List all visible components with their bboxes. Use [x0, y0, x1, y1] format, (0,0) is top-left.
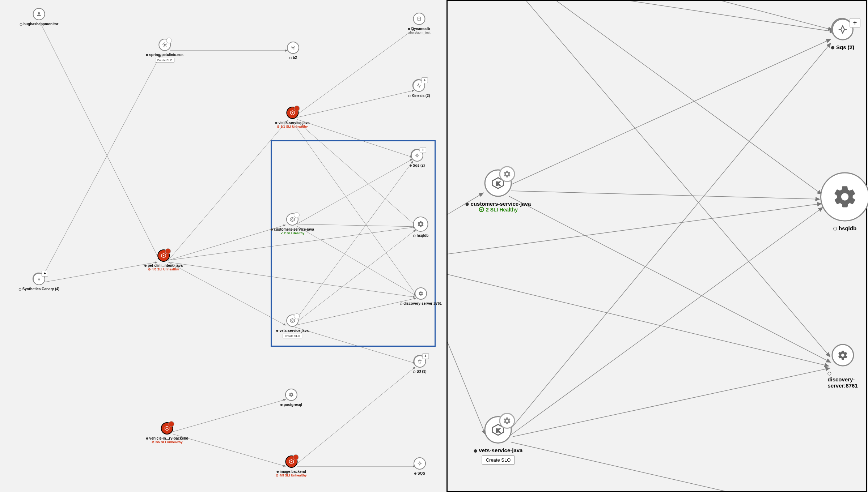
zoom-node-hsqldb[interactable]: hsqldb [820, 172, 868, 231]
zoom-node-discovery[interactable]: discovery-server:8761 [827, 344, 858, 389]
label: customers-service-java [274, 227, 314, 231]
label: b2 [293, 56, 297, 60]
node-b2[interactable]: b2 [287, 42, 299, 60]
node-visits-service-java[interactable]: visits-service-java ⊘1/1 SLI Unhealthy [275, 107, 309, 128]
node-hsqldb-left[interactable]: hsqldb [413, 217, 429, 238]
svg-line-21 [172, 399, 286, 432]
svg-line-40 [509, 196, 831, 363]
node-vets-left[interactable]: vets-service-java Create SLO [276, 315, 309, 338]
node-kinesis[interactable]: + Kinesis (2) [408, 80, 430, 98]
node-petclinic-frontend[interactable]: pet-clini...ntend-java ⊘4/8 SLI Unhealth… [144, 249, 183, 271]
svg-line-3 [297, 90, 414, 117]
create-slo-button[interactable]: Create SLO [155, 58, 174, 63]
svg-line-4 [168, 120, 288, 260]
label: spring-petclinic-ecs [149, 53, 183, 57]
svg-point-28 [418, 17, 420, 18]
svg-line-23 [296, 367, 415, 465]
node-customers-left[interactable]: customers-service-java ✓2 SLI Healthy [271, 213, 314, 235]
svg-line-41 [527, 1, 822, 194]
label: SQS [418, 471, 425, 475]
label: bugbashappmonitor [24, 22, 59, 26]
svg-line-16 [168, 262, 286, 325]
svg-line-48 [513, 368, 830, 437]
svg-line-0 [40, 22, 160, 260]
svg-point-26 [164, 44, 165, 46]
svg-point-30 [292, 219, 293, 220]
create-slo-button[interactable]: Create SLO [283, 334, 302, 338]
zoom-node-sqs[interactable]: + Sqs (2) [831, 19, 854, 50]
svg-line-35 [448, 1, 833, 30]
svg-line-39 [511, 191, 820, 199]
label: vehicle-in...ry-backend [149, 436, 189, 440]
label: vets-service-java [479, 447, 523, 453]
service-map-zoom[interactable]: + Sqs (2) K customers-service-java 2 SLI… [446, 0, 867, 492]
node-sqs2[interactable]: SQS [414, 457, 426, 475]
svg-point-31 [163, 255, 164, 256]
node-synthetics-canary[interactable]: + Synthetics Canary (4) [19, 273, 59, 291]
svg-point-34 [291, 461, 292, 462]
sli-status: ⊘4/8 SLI Unhealthy [148, 268, 179, 271]
svg-point-29 [292, 112, 293, 114]
gear-icon [499, 166, 515, 182]
svg-line-38 [509, 39, 831, 185]
svg-line-12 [45, 262, 157, 282]
expand-icon[interactable]: + [422, 77, 428, 83]
node-s3[interactable]: + S3 (3) [413, 355, 426, 373]
label: customers-service-java [471, 201, 531, 207]
svg-point-25 [38, 12, 40, 14]
svg-line-36 [513, 1, 835, 32]
node-sqs-left[interactable]: + Sqs (2) [410, 149, 425, 167]
svg-text:K: K [496, 427, 500, 433]
svg-line-42 [502, 1, 830, 357]
svg-text:K: K [496, 180, 500, 187]
svg-line-2 [293, 29, 414, 117]
label: discovery-server:8761 [827, 376, 858, 389]
svg-line-43 [448, 261, 829, 366]
label: Sqs (2) [413, 163, 425, 167]
service-map-overview[interactable]: bugbashappmonitor spring-petclinic-ecs C… [0, 0, 446, 492]
label: S3 (3) [416, 369, 426, 373]
zoom-node-customers[interactable]: K customers-service-java 2 SLI Healthy [466, 170, 531, 213]
svg-line-45 [448, 254, 486, 435]
expand-icon[interactable]: + [850, 18, 860, 28]
svg-point-32 [292, 320, 293, 321]
zoom-node-vets[interactable]: K vets-service-java Create SLO [474, 416, 523, 465]
node-postgresql[interactable]: postgresql [280, 389, 302, 407]
node-dynamodb[interactable]: Dynamodb labels/apm_test [407, 13, 430, 34]
sli-status: 2 SLI Healthy [479, 207, 518, 213]
node-image-backend[interactable]: image-backend ⊘4/5 SLI Unhealthy [276, 455, 306, 477]
node-vehicle-inventory[interactable]: vehicle-in...ry-backend ⊘3/5 SLI Unhealt… [146, 422, 189, 444]
svg-line-49 [511, 442, 842, 491]
svg-line-47 [511, 207, 823, 435]
label: Synthetics Canary (4) [22, 287, 59, 291]
svg-line-13 [42, 54, 161, 278]
label: vets-service-java [279, 329, 309, 333]
svg-line-46 [507, 43, 831, 433]
label: pet-clini...ntend-java [148, 264, 183, 268]
label: Kinesis (2) [412, 94, 430, 98]
label: Sqs (2) [836, 44, 854, 50]
node-bugbashappmonitor[interactable]: bugbashappmonitor [20, 8, 59, 26]
label: Dynamodb [411, 27, 430, 31]
node-discovery-left[interactable]: discovery-server:8761 [400, 287, 442, 305]
label: hsqldb [417, 234, 429, 238]
label: postgresql [284, 403, 302, 407]
sli-status: ⊘4/5 SLI Unhealthy [276, 474, 306, 477]
create-slo-button[interactable]: Create SLO [482, 455, 515, 465]
label: image-backend [280, 470, 306, 474]
label: discovery-server:8761 [403, 301, 442, 305]
sli-status: ⊘1/1 SLI Unhealthy [277, 125, 308, 128]
expand-icon[interactable]: + [42, 271, 48, 277]
expand-icon[interactable]: + [422, 353, 429, 359]
sli-status: ⊘3/5 SLI Unhealthy [152, 440, 182, 444]
expand-icon[interactable]: + [420, 147, 426, 153]
node-spring-petclinic-ecs[interactable]: spring-petclinic-ecs Create SLO [146, 39, 183, 63]
svg-point-33 [166, 428, 168, 429]
svg-line-11 [168, 225, 286, 260]
svg-line-22 [172, 434, 286, 466]
svg-point-27 [292, 47, 294, 49]
label: visits-service-java [278, 121, 309, 125]
sli-status: ✓2 SLI Healthy [280, 231, 305, 235]
label: hsqldb [839, 225, 856, 231]
gear-icon [499, 413, 515, 429]
